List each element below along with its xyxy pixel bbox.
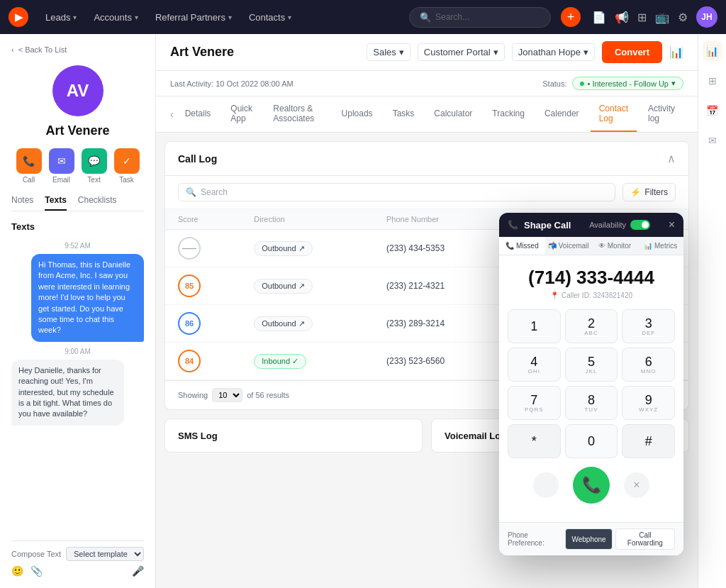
tab-tracking[interactable]: Tracking xyxy=(484,101,533,127)
tab-texts[interactable]: Texts xyxy=(45,195,66,211)
tab-details[interactable]: Details xyxy=(177,101,220,127)
search-icon: 🔍 xyxy=(186,187,196,197)
attachment-icon[interactable]: 📎 xyxy=(30,565,43,577)
nav-item-accounts[interactable]: Accounts ▾ xyxy=(88,9,143,26)
template-select[interactable]: Select template xyxy=(66,547,144,561)
close-icon[interactable]: × xyxy=(669,218,675,231)
webphone-button[interactable]: Webphone xyxy=(565,528,612,550)
tab-calender[interactable]: Calender xyxy=(536,101,588,127)
key-8[interactable]: 8 TUV xyxy=(565,386,618,420)
right-icon-calendar[interactable]: 📅 xyxy=(703,101,722,121)
dialer-body: (714) 333-4444 📍 Caller ID: 3243821420 1… xyxy=(499,255,683,522)
convert-button[interactable]: Convert xyxy=(602,41,662,63)
back-arrow-icon: ‹ xyxy=(11,45,14,54)
voicemail-icon: 📬 xyxy=(548,242,557,250)
dialer-tab-missed[interactable]: 📞 Missed xyxy=(499,237,545,255)
tab-realtors-associates[interactable]: Realtors & Associates xyxy=(264,96,330,132)
collapse-icon[interactable]: ∧ xyxy=(667,152,676,165)
text-icon: 💬 xyxy=(82,148,107,174)
emoji-icon[interactable]: 🙂 xyxy=(11,565,23,577)
compose-area: Compose Text Select template 🙂 📎 🎤 xyxy=(11,540,144,577)
task-icon: ✓ xyxy=(114,148,140,174)
right-icon-table[interactable]: ⊞ xyxy=(703,71,722,91)
availability-switch[interactable] xyxy=(630,220,650,230)
call-log-search[interactable]: 🔍 Search xyxy=(178,183,615,201)
key-asterisk[interactable]: * xyxy=(508,424,561,458)
tab-quick-app[interactable]: Quick App xyxy=(222,96,262,132)
tab-contact-log[interactable]: Contact Log xyxy=(591,96,637,132)
dialer-tab-voicemail[interactable]: 📬 Voicemail xyxy=(545,237,592,255)
key-9[interactable]: 9 WXYZ xyxy=(622,386,675,420)
key-6[interactable]: 6 MNO xyxy=(622,348,675,382)
key-0[interactable]: 0 xyxy=(565,424,618,458)
app-logo[interactable]: ▶ xyxy=(9,7,28,27)
tab-activity-log[interactable]: Activity log xyxy=(640,96,683,132)
monitor-icon[interactable]: 📺 xyxy=(655,11,669,24)
task-action-button[interactable]: ✓ Task xyxy=(114,148,140,184)
right-sidebar: 📊 ⊞ 📅 ✉ xyxy=(698,34,726,588)
score-circle: 86 xyxy=(178,312,201,335)
nav-item-leads[interactable]: Leads ▾ xyxy=(40,9,82,26)
call-button[interactable]: 📞 xyxy=(573,467,610,504)
sms-log-title: SMS Log xyxy=(178,431,218,441)
document-icon[interactable]: 📄 xyxy=(592,11,606,24)
key-4[interactable]: 4 GHI xyxy=(508,348,561,382)
key-5[interactable]: 5 JKL xyxy=(565,348,618,382)
nav-item-contacts[interactable]: Contacts ▾ xyxy=(243,9,297,26)
key-2[interactable]: 2 ABC xyxy=(565,309,618,343)
chart-icon[interactable]: 📊 xyxy=(669,45,683,59)
key-3[interactable]: 3 DEF xyxy=(622,309,675,343)
content-topbar: Art Venere Sales ▾ Customer Portal ▾ Jon… xyxy=(156,34,698,71)
global-search[interactable]: 🔍 Search... xyxy=(409,7,551,28)
tab-uploads[interactable]: Uploads xyxy=(333,101,381,127)
right-icon-chart[interactable]: 📊 xyxy=(703,41,722,61)
back-to-list-link[interactable]: ‹ < Back To List xyxy=(11,45,67,54)
chevron-down-icon: ▾ xyxy=(493,47,498,57)
grid-icon[interactable]: ⊞ xyxy=(637,11,647,24)
right-icon-mail[interactable]: ✉ xyxy=(703,131,722,150)
phone-number-cell: (233) 289-3214 xyxy=(374,305,506,343)
pipeline-dropdown[interactable]: Sales ▾ xyxy=(367,43,411,61)
keypad: 1 2 ABC 3 DEF 4 GHI 5 JKL 6 MNO xyxy=(508,309,675,458)
message-timestamp: 9:00 AM xyxy=(11,348,144,355)
per-page-select[interactable]: 10 25 50 xyxy=(212,388,242,402)
dialer-tab-monitor[interactable]: 👁 Monitor xyxy=(592,237,638,255)
status-badge[interactable]: • Interested - Follow Up ▾ xyxy=(572,77,683,90)
notifications-icon[interactable]: 📢 xyxy=(615,11,629,24)
chat-messages-list: 9:52 AM Hi Thomas, this is Danielle from… xyxy=(11,238,144,538)
delete-key-button[interactable]: × xyxy=(624,472,649,498)
call-action-button[interactable]: 📞 Call xyxy=(16,148,42,184)
tab-scroll-left-icon[interactable]: ‹ xyxy=(170,109,174,120)
direction-badge-outbound: Outbound ↗ xyxy=(254,279,312,294)
chevron-down-icon: ▾ xyxy=(135,13,138,21)
key-1[interactable]: 1 xyxy=(508,309,561,343)
tab-notes[interactable]: Notes xyxy=(11,195,33,211)
user-avatar[interactable]: JH xyxy=(696,6,717,28)
call-forwarding-button[interactable]: Call Forwarding xyxy=(615,528,675,550)
last-activity-label: Last Activity: 10 Oct 2022 08:00 AM xyxy=(170,79,294,88)
direction-badge-inbound: Inbound ✓ xyxy=(254,354,306,369)
topbar-actions: Sales ▾ Customer Portal ▾ Jonathan Hope … xyxy=(367,41,683,63)
email-icon: ✉ xyxy=(49,148,74,174)
add-button[interactable]: + xyxy=(561,7,581,27)
portal-dropdown[interactable]: Customer Portal ▾ xyxy=(418,43,505,61)
chevron-down-icon: ▾ xyxy=(671,79,676,88)
filters-button[interactable]: ⚡ Filters xyxy=(622,183,676,201)
microphone-icon[interactable]: 🎤 xyxy=(132,565,144,577)
key-7[interactable]: 7 PQRS xyxy=(508,386,561,420)
owner-dropdown[interactable]: Jonathan Hope ▾ xyxy=(512,43,595,61)
dialer-tab-metrics[interactable]: 📊 Metrics xyxy=(637,237,683,255)
outbound-message: Hi Thomas, this is Danielle from Acme, I… xyxy=(31,254,144,342)
direction-badge-outbound: Outbound ↗ xyxy=(254,316,312,331)
settings-icon[interactable]: ⚙ xyxy=(678,11,688,24)
availability-toggle[interactable]: Availability xyxy=(589,220,650,230)
call-button-row: 📞 × xyxy=(508,467,675,504)
chevron-down-icon: ▾ xyxy=(228,13,232,21)
tab-checklists[interactable]: Checklists xyxy=(78,195,117,211)
text-action-button[interactable]: 💬 Text xyxy=(82,148,107,184)
key-hash[interactable]: # xyxy=(622,424,675,458)
email-action-button[interactable]: ✉ Email xyxy=(49,148,74,184)
tab-tasks[interactable]: Tasks xyxy=(384,101,423,127)
nav-item-referral-partners[interactable]: Referral Partners ▾ xyxy=(150,9,238,26)
tab-calculator[interactable]: Calculator xyxy=(425,101,481,127)
